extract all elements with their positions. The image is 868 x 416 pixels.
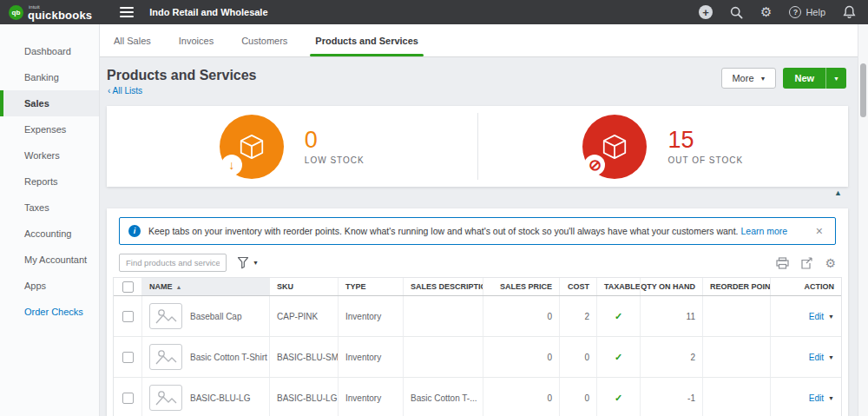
chevron-down-icon[interactable]: ▼ xyxy=(828,354,834,360)
column-header-type[interactable]: TYPE xyxy=(339,278,404,295)
product-description xyxy=(404,296,483,336)
column-header-taxable[interactable]: TAXABLE xyxy=(597,278,641,295)
sidebar-item-dashboard[interactable]: Dashboard xyxy=(0,38,99,64)
chevron-down-icon: ▼ xyxy=(760,76,766,82)
collapse-panel-chevron-icon[interactable]: ▲ xyxy=(834,188,842,197)
product-type: Inventory xyxy=(339,296,404,336)
hamburger-menu-icon[interactable] xyxy=(120,4,134,20)
row-checkbox[interactable] xyxy=(122,352,134,363)
quickbooks-brand-text: quickbooks xyxy=(28,10,92,21)
column-header-name[interactable]: NAME ▲ xyxy=(142,278,270,295)
sidebar-item-reports[interactable]: Reports xyxy=(0,168,99,195)
tab-products-and-services[interactable]: Products and Services xyxy=(315,24,418,56)
product-qty-on-hand: 11 xyxy=(641,296,703,336)
product-name[interactable]: Baseball Cap xyxy=(190,312,241,321)
column-header-sales-description[interactable]: SALES DESCRIPTIO xyxy=(404,278,483,295)
out-of-stock-label: OUT OF STOCK xyxy=(667,155,743,165)
column-header-cost[interactable]: COST xyxy=(560,278,597,295)
product-cost: 0 xyxy=(560,337,597,377)
select-all-checkbox[interactable] xyxy=(122,281,134,293)
funnel-icon xyxy=(237,256,251,269)
no-stock-icon: ⊘ xyxy=(584,155,605,175)
out-of-stock-icon: ⊘ xyxy=(582,115,647,179)
table-toolbar: ▼ ⚙ xyxy=(119,254,836,272)
quick-create-button[interactable]: + xyxy=(699,5,713,19)
column-header-qty-on-hand[interactable]: QTY ON HAND xyxy=(641,278,703,295)
sidebar-item-sales[interactable]: Sales xyxy=(0,90,99,116)
taxable-check-icon: ✓ xyxy=(615,393,622,404)
product-sku: BASIC-BLU-SM xyxy=(270,337,339,377)
more-button-label: More xyxy=(732,73,753,83)
info-icon: i xyxy=(128,225,141,237)
product-cost: 2 xyxy=(560,296,597,336)
out-of-stock-summary[interactable]: ⊘ 15 OUT OF STOCK xyxy=(478,106,849,187)
product-description xyxy=(404,337,483,377)
learn-more-link[interactable]: Learn more xyxy=(740,226,787,236)
tab-customers[interactable]: Customers xyxy=(241,24,287,56)
row-checkbox[interactable] xyxy=(122,393,134,404)
chevron-down-icon[interactable]: ▼ xyxy=(828,395,834,401)
product-qty-on-hand: -1 xyxy=(641,378,703,416)
sidebar-item-accounting[interactable]: Accounting xyxy=(0,221,99,247)
new-button-label: New xyxy=(783,68,825,89)
search-button[interactable] xyxy=(730,6,743,19)
banner-message: Keep tabs on your inventory with reorder… xyxy=(148,226,739,236)
low-stock-count: 0 xyxy=(305,128,365,154)
column-header-sales-price[interactable]: SALES PRICE xyxy=(483,278,560,295)
column-header-reorder-point[interactable]: REORDER POINT xyxy=(703,278,771,295)
tab-invoices[interactable]: Invoices xyxy=(179,24,214,56)
table-row: Basic Cotton T-Shirt BASIC-BLU-SM Invent… xyxy=(114,337,841,378)
product-reorder-point xyxy=(703,337,771,377)
product-sales-price: 0 xyxy=(483,337,560,377)
print-icon[interactable] xyxy=(776,257,789,269)
close-icon[interactable]: × xyxy=(812,224,826,238)
sidebar-item-taxes[interactable]: Taxes xyxy=(0,195,99,221)
column-header-action[interactable]: ACTION xyxy=(771,278,841,295)
all-lists-back-link[interactable]: ‹ All Lists xyxy=(108,86,142,96)
scrollbar-thumb[interactable] xyxy=(860,63,866,117)
low-stock-icon: ↓ xyxy=(220,115,284,179)
product-name[interactable]: BASIC-BLU-LG xyxy=(190,393,250,403)
row-checkbox[interactable] xyxy=(122,311,134,322)
export-icon[interactable] xyxy=(800,257,813,269)
settings-button[interactable]: ⚙ xyxy=(760,4,772,20)
new-button[interactable]: New ▼ xyxy=(783,68,846,89)
vertical-scrollbar[interactable] xyxy=(858,24,868,416)
chevron-down-icon[interactable]: ▼ xyxy=(828,314,834,320)
low-stock-label: LOW STOCK xyxy=(305,155,365,165)
sidebar-item-order-checks[interactable]: Order Checks xyxy=(0,299,99,325)
low-stock-summary[interactable]: ↓ 0 LOW STOCK xyxy=(107,106,477,187)
help-button[interactable]: ? Help xyxy=(789,6,825,18)
table-settings-gear-icon[interactable]: ⚙ xyxy=(825,256,836,270)
sidebar-item-apps[interactable]: Apps xyxy=(0,273,99,299)
sidebar-item-my-accountant[interactable]: My Accountant xyxy=(0,247,99,273)
new-dropdown-button[interactable]: ▼ xyxy=(825,68,846,89)
product-type: Inventory xyxy=(339,337,404,377)
page-title: Products and Services xyxy=(107,68,257,83)
sidebar-item-workers[interactable]: Workers xyxy=(0,142,99,168)
product-name[interactable]: Basic Cotton T-Shirt xyxy=(190,353,267,362)
tab-all-sales[interactable]: All Sales xyxy=(114,24,151,56)
edit-link[interactable]: Edit xyxy=(809,393,824,403)
product-image-placeholder-icon xyxy=(149,303,182,329)
taxable-check-icon: ✓ xyxy=(615,311,622,322)
edit-link[interactable]: Edit xyxy=(809,312,824,321)
sidebar-item-banking[interactable]: Banking xyxy=(0,64,99,90)
filter-button[interactable]: ▼ xyxy=(237,256,259,269)
products-table-card: i Keep tabs on your inventory with reord… xyxy=(107,208,848,416)
reorder-points-banner: i Keep tabs on your inventory with reord… xyxy=(119,217,836,245)
notifications-button[interactable] xyxy=(843,5,856,19)
product-sales-price: 0 xyxy=(483,378,560,416)
plus-icon: + xyxy=(699,5,713,19)
edit-link[interactable]: Edit xyxy=(809,353,824,362)
table-row: Baseball Cap CAP-PINK Inventory 0 2 ✓ 11… xyxy=(114,296,841,337)
column-header-sku[interactable]: SKU xyxy=(270,278,339,295)
sidebar-item-expenses[interactable]: Expenses xyxy=(0,116,99,142)
more-button[interactable]: More ▼ xyxy=(721,68,776,89)
quickbooks-logo[interactable]: qb intuit quickbooks xyxy=(9,4,92,21)
search-input[interactable] xyxy=(119,254,227,272)
product-sku: BASIC-BLU-LG xyxy=(270,378,339,416)
company-name: Indo Retail and Wholesale xyxy=(149,7,267,17)
arrow-down-icon: ↓ xyxy=(221,155,242,175)
help-label: Help xyxy=(806,7,825,17)
